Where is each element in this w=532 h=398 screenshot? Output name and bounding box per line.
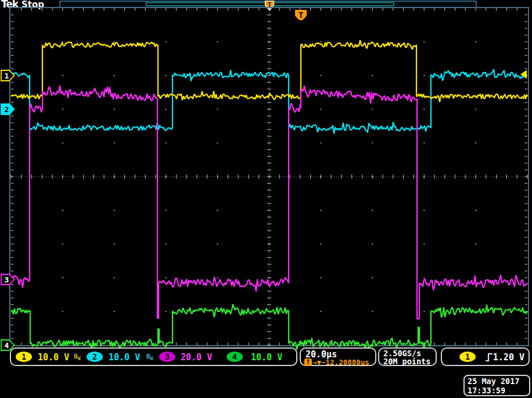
ch1-bandwidth-icon: BW [74, 353, 80, 361]
waveform-display: T 1234 T [0, 0, 532, 398]
ch2-scale: 10.0 V [109, 352, 140, 363]
svg-text:T: T [299, 10, 303, 20]
ch1-position-marker[interactable]: 1 [1, 70, 15, 81]
time-label: 17:33:59 [468, 386, 529, 395]
ch2-bandwidth-icon: BW [146, 353, 153, 361]
acquisition-readout-box[interactable]: 2.50GS/s 20M points [378, 347, 437, 366]
bw-main: B [74, 353, 78, 360]
svg-text:1: 1 [5, 71, 9, 80]
sample-rate: 2.50GS/s [379, 349, 436, 357]
graticule-grid [10, 8, 529, 346]
waveform-traces [11, 40, 527, 351]
trigger-source-badge[interactable]: 1 [459, 352, 476, 362]
horizontal-readout-box[interactable]: 20.0µs T →▼ −12.20880µs [300, 347, 376, 366]
channels-readout-box[interactable]: 1 10.0 V BW 2 10.0 V BW 3 20.0 V 4 10.0 … [10, 347, 297, 366]
trigger-position-icon[interactable]: T [295, 10, 307, 21]
ch4-badge[interactable]: 4 [227, 352, 243, 362]
ch3-badge[interactable]: 3 [159, 352, 175, 362]
record-length: 20M points [379, 357, 436, 365]
ch2-position-marker[interactable]: 2 [1, 104, 15, 114]
date-label: 25 May 2017 [468, 377, 529, 386]
ch3-position-marker[interactable]: 3 [1, 274, 15, 285]
trigger-delay-readout: T →▼ −12.20880µs [304, 358, 369, 367]
trigger-t-icon: T [304, 358, 312, 366]
delay-arrows-icon: →▼ [312, 358, 321, 367]
record-trigger-label: T [268, 1, 271, 8]
trigger-markers: T [295, 10, 527, 79]
datetime-box: 25 May 2017 17:33:59 [463, 375, 530, 396]
ch3-scale: 20.0 V [181, 352, 212, 363]
oscilloscope-screen: Tek Stop T 1234 T 1 10.0 V BW 2 10.0 V B… [0, 0, 532, 398]
ch1-badge[interactable]: 1 [16, 352, 32, 362]
bw-sub: W [150, 356, 153, 361]
bw-sub: W [78, 356, 81, 361]
ch4-scale: 10.0 V [251, 352, 282, 363]
ch2-badge[interactable]: 2 [87, 352, 103, 362]
trigger-readout-box[interactable]: 1 1.20 V [441, 347, 530, 366]
ch1-scale: 10.0 V [38, 352, 69, 363]
svg-text:3: 3 [5, 275, 9, 284]
ch3-waveform [11, 85, 527, 319]
delay-value: −12.20880µs [321, 358, 369, 367]
svg-text:2: 2 [5, 105, 9, 114]
bw-main: B [146, 353, 150, 360]
trigger-level: 1.20 V [493, 352, 524, 363]
svg-text:4: 4 [5, 341, 9, 350]
